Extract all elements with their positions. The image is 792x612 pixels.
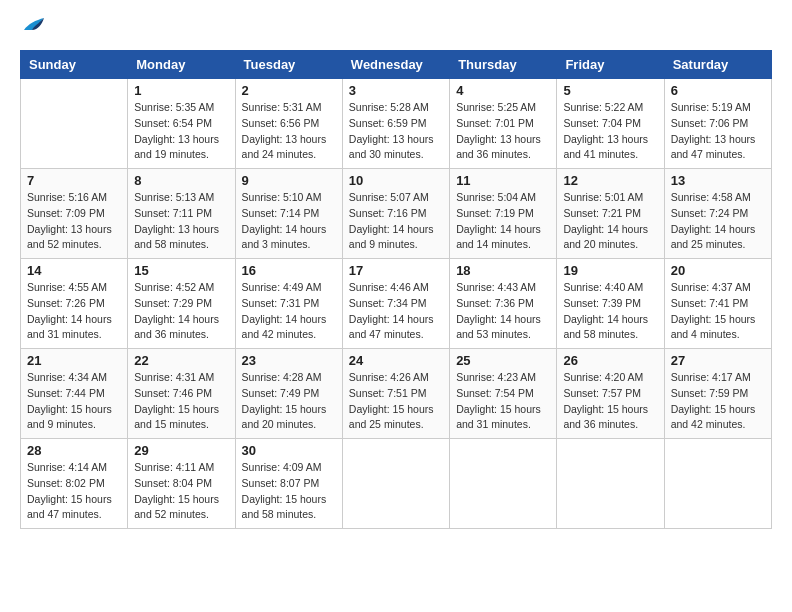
calendar-cell: 16Sunrise: 4:49 AMSunset: 7:31 PMDayligh… [235,259,342,349]
week-row-5: 28Sunrise: 4:14 AMSunset: 8:02 PMDayligh… [21,439,772,529]
day-number: 15 [134,263,228,278]
calendar-cell [664,439,771,529]
day-number: 21 [27,353,121,368]
day-number: 8 [134,173,228,188]
day-number: 22 [134,353,228,368]
day-info: Sunrise: 5:16 AMSunset: 7:09 PMDaylight:… [27,190,121,253]
day-number: 2 [242,83,336,98]
day-info: Sunrise: 5:19 AMSunset: 7:06 PMDaylight:… [671,100,765,163]
calendar-cell: 4Sunrise: 5:25 AMSunset: 7:01 PMDaylight… [450,79,557,169]
calendar-cell: 18Sunrise: 4:43 AMSunset: 7:36 PMDayligh… [450,259,557,349]
day-number: 30 [242,443,336,458]
day-number: 6 [671,83,765,98]
calendar-cell: 6Sunrise: 5:19 AMSunset: 7:06 PMDaylight… [664,79,771,169]
day-number: 12 [563,173,657,188]
day-number: 25 [456,353,550,368]
day-number: 13 [671,173,765,188]
calendar-cell: 8Sunrise: 5:13 AMSunset: 7:11 PMDaylight… [128,169,235,259]
calendar-cell: 9Sunrise: 5:10 AMSunset: 7:14 PMDaylight… [235,169,342,259]
calendar-cell [557,439,664,529]
day-info: Sunrise: 4:52 AMSunset: 7:29 PMDaylight:… [134,280,228,343]
day-info: Sunrise: 4:17 AMSunset: 7:59 PMDaylight:… [671,370,765,433]
day-info: Sunrise: 4:31 AMSunset: 7:46 PMDaylight:… [134,370,228,433]
day-number: 3 [349,83,443,98]
weekday-header-row: SundayMondayTuesdayWednesdayThursdayFrid… [21,51,772,79]
day-number: 4 [456,83,550,98]
calendar-cell: 12Sunrise: 5:01 AMSunset: 7:21 PMDayligh… [557,169,664,259]
calendar-cell: 24Sunrise: 4:26 AMSunset: 7:51 PMDayligh… [342,349,449,439]
logo-bird-icon [22,16,44,34]
day-info: Sunrise: 5:28 AMSunset: 6:59 PMDaylight:… [349,100,443,163]
week-row-4: 21Sunrise: 4:34 AMSunset: 7:44 PMDayligh… [21,349,772,439]
calendar-cell: 23Sunrise: 4:28 AMSunset: 7:49 PMDayligh… [235,349,342,439]
day-number: 19 [563,263,657,278]
calendar-table: SundayMondayTuesdayWednesdayThursdayFrid… [20,50,772,529]
weekday-header-wednesday: Wednesday [342,51,449,79]
day-info: Sunrise: 4:49 AMSunset: 7:31 PMDaylight:… [242,280,336,343]
day-info: Sunrise: 4:09 AMSunset: 8:07 PMDaylight:… [242,460,336,523]
day-info: Sunrise: 5:22 AMSunset: 7:04 PMDaylight:… [563,100,657,163]
day-number: 24 [349,353,443,368]
day-number: 27 [671,353,765,368]
calendar-cell [342,439,449,529]
calendar-cell [450,439,557,529]
day-info: Sunrise: 4:37 AMSunset: 7:41 PMDaylight:… [671,280,765,343]
calendar-cell: 3Sunrise: 5:28 AMSunset: 6:59 PMDaylight… [342,79,449,169]
day-number: 28 [27,443,121,458]
calendar-cell: 30Sunrise: 4:09 AMSunset: 8:07 PMDayligh… [235,439,342,529]
calendar-cell: 15Sunrise: 4:52 AMSunset: 7:29 PMDayligh… [128,259,235,349]
day-info: Sunrise: 4:23 AMSunset: 7:54 PMDaylight:… [456,370,550,433]
calendar-cell: 1Sunrise: 5:35 AMSunset: 6:54 PMDaylight… [128,79,235,169]
day-info: Sunrise: 5:04 AMSunset: 7:19 PMDaylight:… [456,190,550,253]
calendar-cell: 11Sunrise: 5:04 AMSunset: 7:19 PMDayligh… [450,169,557,259]
day-info: Sunrise: 5:13 AMSunset: 7:11 PMDaylight:… [134,190,228,253]
day-info: Sunrise: 4:34 AMSunset: 7:44 PMDaylight:… [27,370,121,433]
day-info: Sunrise: 5:25 AMSunset: 7:01 PMDaylight:… [456,100,550,163]
day-number: 23 [242,353,336,368]
weekday-header-thursday: Thursday [450,51,557,79]
day-info: Sunrise: 5:35 AMSunset: 6:54 PMDaylight:… [134,100,228,163]
calendar-cell: 29Sunrise: 4:11 AMSunset: 8:04 PMDayligh… [128,439,235,529]
day-info: Sunrise: 5:10 AMSunset: 7:14 PMDaylight:… [242,190,336,253]
calendar-cell: 20Sunrise: 4:37 AMSunset: 7:41 PMDayligh… [664,259,771,349]
day-number: 7 [27,173,121,188]
day-number: 1 [134,83,228,98]
day-info: Sunrise: 4:46 AMSunset: 7:34 PMDaylight:… [349,280,443,343]
weekday-header-friday: Friday [557,51,664,79]
day-number: 5 [563,83,657,98]
weekday-header-tuesday: Tuesday [235,51,342,79]
calendar-cell: 7Sunrise: 5:16 AMSunset: 7:09 PMDaylight… [21,169,128,259]
calendar-cell: 5Sunrise: 5:22 AMSunset: 7:04 PMDaylight… [557,79,664,169]
day-number: 11 [456,173,550,188]
calendar-cell: 22Sunrise: 4:31 AMSunset: 7:46 PMDayligh… [128,349,235,439]
calendar-cell: 13Sunrise: 4:58 AMSunset: 7:24 PMDayligh… [664,169,771,259]
week-row-2: 7Sunrise: 5:16 AMSunset: 7:09 PMDaylight… [21,169,772,259]
calendar-cell: 19Sunrise: 4:40 AMSunset: 7:39 PMDayligh… [557,259,664,349]
day-number: 16 [242,263,336,278]
day-info: Sunrise: 4:55 AMSunset: 7:26 PMDaylight:… [27,280,121,343]
logo [20,20,44,34]
day-info: Sunrise: 4:58 AMSunset: 7:24 PMDaylight:… [671,190,765,253]
day-number: 9 [242,173,336,188]
weekday-header-monday: Monday [128,51,235,79]
day-number: 18 [456,263,550,278]
day-number: 10 [349,173,443,188]
calendar-cell: 27Sunrise: 4:17 AMSunset: 7:59 PMDayligh… [664,349,771,439]
day-info: Sunrise: 5:01 AMSunset: 7:21 PMDaylight:… [563,190,657,253]
page-header [20,20,772,34]
day-info: Sunrise: 4:28 AMSunset: 7:49 PMDaylight:… [242,370,336,433]
day-number: 26 [563,353,657,368]
day-info: Sunrise: 4:20 AMSunset: 7:57 PMDaylight:… [563,370,657,433]
calendar-cell: 25Sunrise: 4:23 AMSunset: 7:54 PMDayligh… [450,349,557,439]
day-info: Sunrise: 5:07 AMSunset: 7:16 PMDaylight:… [349,190,443,253]
calendar-cell: 26Sunrise: 4:20 AMSunset: 7:57 PMDayligh… [557,349,664,439]
day-number: 20 [671,263,765,278]
calendar-cell: 17Sunrise: 4:46 AMSunset: 7:34 PMDayligh… [342,259,449,349]
calendar-cell: 28Sunrise: 4:14 AMSunset: 8:02 PMDayligh… [21,439,128,529]
day-number: 29 [134,443,228,458]
day-number: 14 [27,263,121,278]
calendar-cell: 10Sunrise: 5:07 AMSunset: 7:16 PMDayligh… [342,169,449,259]
day-info: Sunrise: 4:26 AMSunset: 7:51 PMDaylight:… [349,370,443,433]
calendar-cell: 14Sunrise: 4:55 AMSunset: 7:26 PMDayligh… [21,259,128,349]
day-info: Sunrise: 4:14 AMSunset: 8:02 PMDaylight:… [27,460,121,523]
